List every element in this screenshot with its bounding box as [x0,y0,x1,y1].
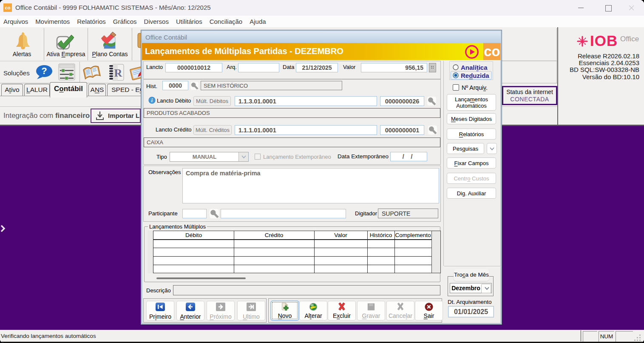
svg-text:R: R [114,67,122,79]
svg-text:?: ? [41,66,47,76]
